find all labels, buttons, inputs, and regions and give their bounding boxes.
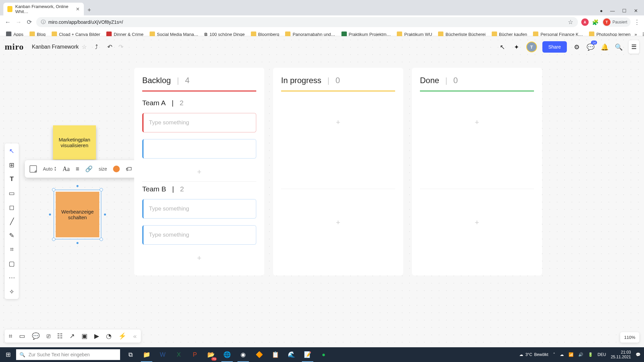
- close-icon[interactable]: ✕: [76, 6, 80, 12]
- start-button[interactable]: ⊞: [0, 347, 16, 362]
- favorite-star-icon[interactable]: ☆: [82, 43, 87, 51]
- profile-chip[interactable]: T Pausiert: [602, 17, 631, 27]
- rotate-handle-t[interactable]: [76, 185, 78, 187]
- account-dot-icon[interactable]: ●: [600, 8, 603, 13]
- undo-icon[interactable]: ↶: [107, 43, 112, 51]
- bell-icon[interactable]: 🔔: [600, 43, 609, 51]
- excel-icon[interactable]: X: [171, 347, 186, 362]
- bookmark-star-icon[interactable]: ☆: [568, 18, 573, 26]
- add-card-button[interactable]: +: [142, 251, 256, 265]
- add-card-button[interactable]: +: [420, 216, 534, 229]
- battery-icon[interactable]: 🔋: [588, 352, 593, 357]
- spotify-icon[interactable]: ●: [316, 347, 331, 362]
- add-card-button[interactable]: +: [420, 116, 534, 129]
- resize-handle-bl[interactable]: [52, 238, 55, 241]
- export-icon[interactable]: ↗: [69, 332, 75, 340]
- app-icon[interactable]: 🔶: [252, 347, 267, 362]
- site-info-icon[interactable]: ⓘ: [41, 19, 46, 25]
- notifications-icon[interactable]: 💬: [636, 352, 641, 357]
- sticky-note-selected[interactable]: Werbeanzeige schalten: [54, 190, 101, 239]
- wifi-icon[interactable]: 📶: [569, 352, 574, 357]
- pen-tool-icon[interactable]: ✎: [7, 231, 16, 240]
- resize-handle-tl[interactable]: [52, 188, 55, 191]
- settings-sliders-icon[interactable]: ⚙: [572, 43, 581, 51]
- more-tools-icon[interactable]: ⋯: [7, 273, 16, 282]
- size-label[interactable]: size: [99, 166, 107, 172]
- kanban-card[interactable]: [142, 139, 256, 159]
- language-indicator[interactable]: DEU: [598, 352, 606, 357]
- text-align-icon[interactable]: ≡: [76, 166, 79, 173]
- smart-tool-icon[interactable]: ✧: [7, 287, 16, 296]
- edge-icon[interactable]: 🌊: [284, 347, 299, 362]
- app-icon[interactable]: 📋: [268, 347, 283, 362]
- autosize-toggle[interactable]: Auto ▲▼: [43, 166, 57, 172]
- kanban-card[interactable]: Type something: [142, 225, 256, 245]
- screen-share-icon[interactable]: ⎚: [47, 333, 50, 340]
- sticky-note-yellow[interactable]: Marketingplan visualisieren: [53, 125, 96, 160]
- shape-tool-icon[interactable]: ◻: [7, 202, 16, 212]
- frame-tool-icon[interactable]: ⌗: [7, 245, 16, 254]
- link-icon[interactable]: 🔗: [85, 165, 93, 173]
- select-tool-icon[interactable]: ↖: [7, 146, 16, 156]
- user-avatar[interactable]: T: [526, 42, 537, 52]
- rotate-handle-l[interactable]: [49, 214, 51, 216]
- frames-icon[interactable]: ⌗: [9, 333, 12, 340]
- color-swatch[interactable]: [113, 166, 120, 172]
- comment-tool-icon[interactable]: ▢: [7, 259, 16, 268]
- tray-cloud-icon[interactable]: ☁: [560, 352, 564, 357]
- zoom-level[interactable]: 110%: [620, 332, 639, 343]
- word-icon[interactable]: W: [155, 347, 170, 362]
- resize-handle-tr[interactable]: [100, 188, 103, 191]
- task-view-icon[interactable]: ⧉: [123, 347, 138, 362]
- resize-handle-br[interactable]: [100, 238, 103, 241]
- rotate-handle-b[interactable]: [76, 242, 78, 244]
- templates-tool-icon[interactable]: ⊞: [7, 160, 16, 170]
- reactions-icon[interactable]: ✦: [512, 43, 521, 51]
- tray-chevron-icon[interactable]: ˄: [553, 352, 555, 357]
- share-button[interactable]: Share: [542, 41, 567, 53]
- add-card-button[interactable]: +: [281, 116, 395, 129]
- line-tool-icon[interactable]: ╱: [7, 217, 16, 226]
- maximize-icon[interactable]: ☐: [622, 8, 627, 13]
- miro-logo[interactable]: miro: [5, 42, 24, 52]
- close-window-icon[interactable]: ✕: [634, 8, 638, 13]
- present-icon[interactable]: ▭: [19, 332, 25, 340]
- obs-icon[interactable]: ◉: [235, 347, 251, 362]
- voting-icon[interactable]: ☷: [57, 332, 63, 340]
- minimize-icon[interactable]: —: [610, 8, 615, 13]
- new-tab-button[interactable]: +: [84, 5, 95, 15]
- kanban-card[interactable]: Type something: [142, 199, 256, 219]
- rotate-handle-r[interactable]: [104, 214, 106, 216]
- reload-icon[interactable]: ⟳: [25, 18, 33, 26]
- collapse-icon[interactable]: «: [133, 333, 137, 340]
- tag-icon[interactable]: 🏷: [126, 166, 132, 173]
- sticky-tool-icon[interactable]: ▭: [7, 188, 16, 198]
- address-bar[interactable]: ⓘ miro.com/app/board/uXjVOf8yZ1s=/ ☆: [36, 17, 578, 27]
- board-name[interactable]: Kanban Framework: [32, 44, 79, 50]
- kanban-card[interactable]: Type something: [142, 113, 256, 132]
- export-icon[interactable]: ⤴: [95, 44, 98, 51]
- timer-icon[interactable]: ◔: [106, 332, 112, 340]
- weather-widget[interactable]: ☁ 3°C Bewölkt: [519, 352, 548, 357]
- clock[interactable]: 21:03 25.11.2021: [611, 350, 631, 359]
- extensions-icon[interactable]: 🧩: [592, 19, 599, 25]
- chrome-icon[interactable]: 🌐: [219, 347, 235, 362]
- cursor-presence-icon[interactable]: ↖: [498, 43, 507, 51]
- extension-adblock-icon[interactable]: A: [581, 18, 589, 26]
- add-card-button[interactable]: +: [142, 165, 256, 179]
- video-icon[interactable]: ▶: [94, 332, 99, 340]
- back-icon[interactable]: ←: [4, 18, 11, 26]
- notepad-icon[interactable]: 📝: [300, 347, 315, 362]
- search-icon[interactable]: 🔍: [614, 43, 623, 51]
- sticky-type-icon[interactable]: [30, 165, 37, 173]
- add-card-button[interactable]: +: [281, 216, 395, 229]
- side-panel-toggle[interactable]: ☰: [629, 40, 639, 54]
- font-style-icon[interactable]: Aa: [63, 166, 70, 173]
- taskbar-search[interactable]: 🔍 Zur Suche Text hier eingeben: [16, 349, 120, 360]
- browser-tab[interactable]: Kanban Framework, Online Whit… ✕: [3, 3, 84, 15]
- explorer-icon[interactable]: 📂73: [203, 347, 219, 362]
- powerpoint-icon[interactable]: P: [187, 347, 203, 362]
- sticky-note-orange[interactable]: Werbeanzeige schalten: [56, 192, 99, 237]
- chat-icon[interactable]: 💬: [32, 332, 40, 340]
- volume-icon[interactable]: 🔊: [578, 352, 583, 357]
